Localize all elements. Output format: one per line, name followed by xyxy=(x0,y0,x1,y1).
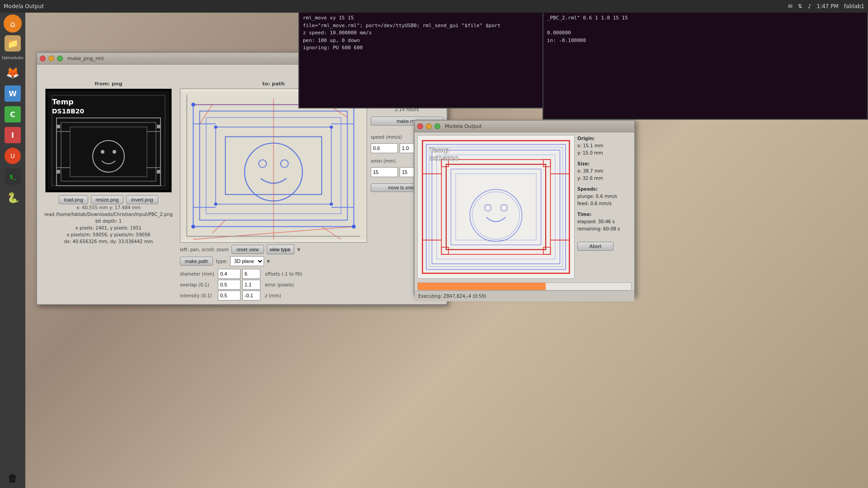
overlap-input2[interactable] xyxy=(242,280,260,290)
sidebar-item-calc[interactable]: C xyxy=(3,104,23,124)
make-path-controls: make.path type: 3D plane ▾ xyxy=(180,256,367,266)
sidebar-item-python[interactable]: 🐍 xyxy=(3,188,23,207)
origin-section: Origin: x: 15.1 mm y: 15.0 mm xyxy=(577,135,632,157)
svg-point-43 xyxy=(214,126,217,129)
svg-point-45 xyxy=(214,202,217,206)
sidebar-item-files[interactable]: 📁 xyxy=(3,33,23,53)
params-row3: intensity (0-1) z (mm) xyxy=(180,291,367,300)
offsets-label: offsets (-1 to fill) xyxy=(265,272,302,277)
to-path-col: to: path xyxy=(180,81,367,300)
make-png-maximize-btn[interactable] xyxy=(57,56,63,61)
invert-png-btn[interactable]: invert.png xyxy=(126,195,158,204)
load-png-btn[interactable]: load.png xyxy=(59,195,88,204)
intensity-input2[interactable] xyxy=(242,291,260,300)
app-name-label: Modela Output xyxy=(4,3,44,9)
size-x: x: 38.7 mm xyxy=(577,168,632,175)
xmin-input[interactable] xyxy=(371,167,398,177)
intensity-group: intensity (0-1) z (mm) xyxy=(180,291,281,300)
from-png-col: from: png Temp DS18B20 xyxy=(41,81,176,300)
speeds-title: Speeds: xyxy=(577,186,632,193)
terminal2-line-1: _PBC_2.rml" 0.6 1 1.0 15 15 xyxy=(547,14,863,22)
progress-bar-bg xyxy=(417,282,632,291)
modela-circuit-label2: DS18B20 xyxy=(429,155,458,162)
abort-btn[interactable]: Abort xyxy=(577,242,613,251)
terminal2-line-4: in: -0.100000 xyxy=(547,37,863,45)
modela-window: Modela Output xyxy=(414,120,635,296)
diameter-input2[interactable] xyxy=(242,269,260,279)
diameter-label: diameter (mm) xyxy=(180,272,216,277)
sound-icon[interactable]: ♪ xyxy=(808,3,811,9)
overlap-input1[interactable] xyxy=(218,280,241,290)
svg-point-39 xyxy=(191,103,195,107)
progress-bar-fill xyxy=(418,283,546,290)
type-label: type: xyxy=(216,259,227,264)
sidebar-item-terminal[interactable]: $_ xyxy=(3,167,23,187)
diameter-input1[interactable] xyxy=(218,269,241,279)
origin-x: x: 15.1 mm xyxy=(577,142,632,150)
make-png-minimize-btn[interactable] xyxy=(48,56,54,61)
origin-title: Origin: xyxy=(577,135,632,142)
sidebar-item-home[interactable]: ⌂ xyxy=(4,14,22,33)
modela-circuit-svg: Temp DS18B20 xyxy=(418,136,574,278)
terminal2-line-2 xyxy=(547,22,863,30)
network-icon[interactable]: ⇅ xyxy=(798,3,802,9)
plunge-speed: plunge: 0.6 mm/s xyxy=(577,193,632,200)
from-png-header: from: png xyxy=(94,81,122,87)
sidebar-item-firefox[interactable]: 🦊 xyxy=(3,63,23,83)
top-panel-right: ✉ ⇅ ♪ 1:47 PM fablab1 xyxy=(788,3,864,9)
elapsed-time: elapsed: 30:46 s xyxy=(577,218,632,225)
modela-status-bar: Executing: Z847,824,-4 (0:59) xyxy=(415,291,634,301)
pan-scroll-label: left: pan, scroll: zoom xyxy=(180,247,229,252)
dx-dy-info: dx: 40.656326 mm, dy: 33.036442 mm xyxy=(64,239,153,244)
sidebar-item-trash[interactable]: 🗑 xyxy=(3,468,23,488)
origin-y: y: 15.0 mm xyxy=(577,150,632,157)
intensity-label: intensity (0-1) xyxy=(180,293,216,298)
modela-maximize-btn[interactable] xyxy=(434,123,440,129)
modela-close-btn[interactable] xyxy=(417,123,423,129)
svg-rect-5 xyxy=(57,118,160,186)
modela-circuit-label1: Temp xyxy=(429,146,449,154)
sidebar-item-ubuntu[interactable]: U xyxy=(3,146,23,166)
x-pixels-info: x pixels: 2401, y pixels: 1951 xyxy=(75,225,142,230)
speed-input[interactable] xyxy=(371,143,398,153)
svg-point-44 xyxy=(330,126,333,129)
make-path-btn[interactable]: make.path xyxy=(180,257,213,266)
params-row2: overlap (0-1) error (pixels) xyxy=(180,280,367,290)
svg-rect-16 xyxy=(157,125,160,128)
svg-rect-18 xyxy=(157,170,160,174)
sidebar: ⌂ 📁 fabmodules 🦊 W C I U $_ 🐍 🗑 xyxy=(0,13,25,488)
svg-point-46 xyxy=(330,202,333,206)
modela-canvas: Temp DS18B20 xyxy=(417,135,575,279)
type-chevron: ▾ xyxy=(267,258,270,265)
email-icon[interactable]: ✉ xyxy=(788,3,793,9)
modela-body: Temp DS18B20 Origin: x: 15.1 mm y: 15.0 … xyxy=(415,132,634,282)
resize-png-btn[interactable]: resize.png xyxy=(91,195,124,204)
sidebar-item-writer[interactable]: W xyxy=(3,84,23,103)
path-canvas xyxy=(180,89,367,243)
pixels-m-info: x pixels/m: 59056, y pixels/m: 59056 xyxy=(66,232,150,237)
view-type-btn[interactable]: view type xyxy=(267,244,295,254)
speeds-section: Speeds: plunge: 0.6 mm/s feed: 0.6 mm/s xyxy=(577,186,632,207)
time-section: Time: elapsed: 30:46 s remaining: 60:08 … xyxy=(577,211,632,233)
file-path-info: read /home/fablab/Downloads/Christian/In… xyxy=(44,212,173,217)
modela-info-panel: Origin: x: 15.1 mm y: 15.0 mm Size: x: 3… xyxy=(577,135,632,279)
type-select[interactable]: 3D plane xyxy=(230,256,264,266)
svg-rect-17 xyxy=(57,170,60,174)
sidebar-item-impress[interactable]: I xyxy=(3,125,23,145)
svg-point-41 xyxy=(191,225,195,229)
modela-titlebar: Modela Output xyxy=(415,121,634,132)
overlap-label: overlap (0-1) xyxy=(180,282,216,287)
make-png-close-btn[interactable] xyxy=(40,56,46,61)
clock: 1:47 PM xyxy=(817,3,839,9)
coords-display: x: 40.555 mm y: 17.484 mm xyxy=(76,205,141,210)
size-section: Size: x: 38.7 mm y: 32.6 mm xyxy=(577,160,632,182)
modela-minimize-btn[interactable] xyxy=(426,123,432,129)
circuit-label2: DS18B20 xyxy=(52,108,85,115)
svg-point-10 xyxy=(113,150,116,154)
fabmodules-label-container: fabmodules xyxy=(0,54,25,62)
reset-view-btn[interactable]: reset view xyxy=(231,245,264,254)
circuit-label1: Temp xyxy=(52,98,74,106)
circuit-svg: Temp DS18B20 xyxy=(47,91,170,190)
intensity-input1[interactable] xyxy=(218,291,241,300)
svg-point-9 xyxy=(101,150,104,154)
